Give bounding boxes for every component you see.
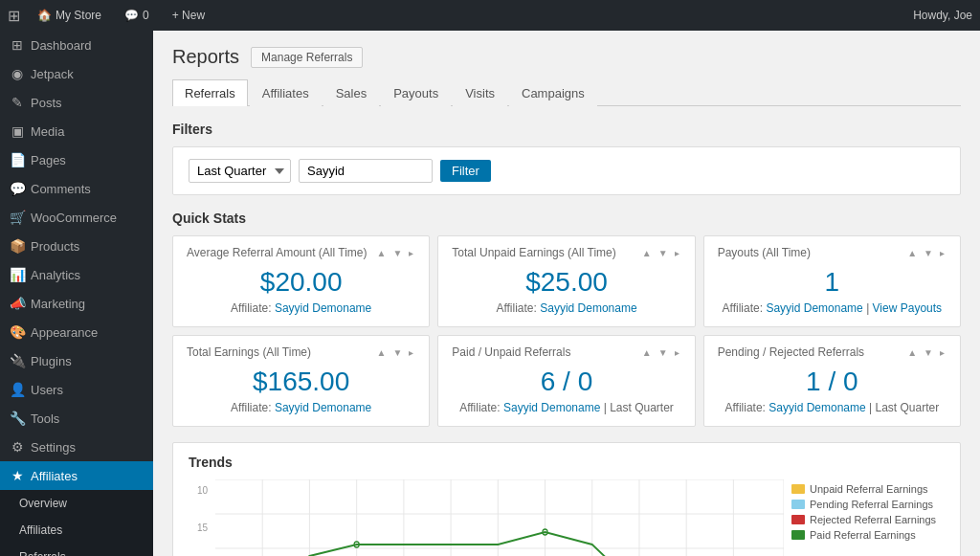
sidebar-label: Affiliates [31, 469, 78, 483]
sidebar-label: Affiliates [19, 523, 62, 537]
tools-icon: 🔧 [10, 411, 25, 426]
expand-icon[interactable]: ▸ [673, 347, 681, 358]
sidebar-item-comments[interactable]: 💬 Comments [0, 174, 153, 203]
affiliate-link[interactable]: Sayyid Demoname [275, 401, 371, 414]
sort-up-icon[interactable]: ▲ [640, 248, 654, 258]
stat-card-header: Paid / Unpaid Referrals ▲ ▼ ▸ [452, 345, 680, 359]
sort-down-icon[interactable]: ▼ [657, 347, 670, 358]
stat-card-title: Pending / Rejected Referrals [718, 345, 864, 359]
stat-card-title: Total Unpaid Earnings (All Time) [452, 246, 615, 259]
affiliate-link[interactable]: Sayyid Demoname [766, 301, 862, 315]
stat-card-controls: ▲ ▼ ▸ [640, 347, 681, 358]
manage-referrals-button[interactable]: Manage Referrals [251, 47, 363, 68]
affiliate-link[interactable]: Sayyid Demoname [540, 301, 636, 315]
tab-referrals[interactable]: Referrals [172, 79, 248, 106]
sidebar-item-affiliates[interactable]: ★ Affiliates [0, 461, 153, 490]
sort-up-icon[interactable]: ▲ [375, 347, 389, 358]
sort-down-icon[interactable]: ▼ [922, 248, 935, 258]
sort-up-icon[interactable]: ▲ [905, 347, 919, 358]
sort-down-icon[interactable]: ▼ [922, 347, 935, 358]
stat-card-total-unpaid: Total Unpaid Earnings (All Time) ▲ ▼ ▸ $… [437, 235, 695, 327]
affiliate-search-input[interactable] [299, 159, 433, 183]
legend-label-rejected: Rejected Referral Earnings [810, 514, 936, 525]
legend-item-rejected: Rejected Referral Earnings [791, 514, 945, 525]
affiliate-label: Affiliate: [723, 301, 763, 315]
quick-stats-grid: Average Referral Amount (All Time) ▲ ▼ ▸… [172, 235, 961, 427]
period-select[interactable]: Last Quarter This Month Last Month This … [189, 159, 291, 183]
stat-card-controls: ▲ ▼ ▸ [905, 347, 947, 358]
marketing-icon: 📣 [10, 296, 25, 311]
tab-campaigns[interactable]: Campaigns [509, 79, 597, 106]
comments-link[interactable]: 💬 0 [119, 0, 155, 31]
main-content: Reports Manage Referrals Referrals Affil… [153, 31, 980, 556]
stat-card-controls: ▲ ▼ ▸ [640, 248, 681, 258]
stat-card-avg-referral: Average Referral Amount (All Time) ▲ ▼ ▸… [172, 235, 430, 327]
sidebar-item-woocommerce[interactable]: 🛒 WooCommerce [0, 203, 153, 232]
woocommerce-icon: 🛒 [10, 210, 25, 225]
media-icon: ▣ [10, 123, 25, 139]
tab-sales[interactable]: Sales [323, 79, 380, 106]
users-icon: 👤 [10, 382, 25, 397]
sidebar-label: Marketing [31, 297, 85, 311]
y-label-15: 15 [189, 523, 208, 533]
sidebar-label: Products [31, 239, 79, 254]
sidebar-item-analytics[interactable]: 📊 Analytics [0, 260, 153, 289]
sort-down-icon[interactable]: ▼ [390, 248, 404, 258]
sidebar-item-plugins[interactable]: 🔌 Plugins [0, 346, 153, 375]
sidebar-item-settings[interactable]: ⚙ Settings [0, 433, 153, 461]
sidebar-label: Dashboard [31, 38, 92, 53]
store-icon: 🏠 [37, 9, 52, 22]
affiliate-link[interactable]: Sayyid Demoname [768, 401, 865, 414]
stat-affiliate: Affiliate: Sayyid Demoname | View Payout… [718, 301, 947, 315]
tab-affiliates[interactable]: Affiliates [250, 79, 322, 106]
affiliate-link[interactable]: Sayyid Demoname [503, 401, 600, 414]
filter-button[interactable]: Filter [440, 160, 491, 182]
sidebar-item-affiliates-sub[interactable]: Affiliates [0, 517, 153, 544]
sidebar-item-tools[interactable]: 🔧 Tools [0, 404, 153, 433]
stat-card-title: Average Referral Amount (All Time) [187, 246, 368, 259]
sidebar-label: Referrals [19, 550, 66, 556]
sidebar-item-pages[interactable]: 📄 Pages [0, 145, 153, 174]
filters-row: Last Quarter This Month Last Month This … [189, 159, 945, 183]
sort-down-icon[interactable]: ▼ [657, 248, 670, 258]
expand-icon[interactable]: ▸ [673, 248, 681, 258]
sidebar-item-posts[interactable]: ✎ Posts [0, 88, 153, 117]
plugins-icon: 🔌 [10, 353, 25, 368]
sort-down-icon[interactable]: ▼ [390, 347, 404, 358]
sidebar-item-referrals[interactable]: Referrals [0, 544, 153, 556]
affiliate-label: Affiliate: [231, 301, 271, 315]
stat-card-header: Average Referral Amount (All Time) ▲ ▼ ▸ [187, 246, 415, 259]
sort-up-icon[interactable]: ▲ [375, 248, 389, 258]
sort-up-icon[interactable]: ▲ [905, 248, 919, 258]
sidebar-item-appearance[interactable]: 🎨 Appearance [0, 318, 153, 346]
sidebar-item-media[interactable]: ▣ Media [0, 117, 153, 145]
affiliate-label: Affiliate: [724, 401, 765, 414]
sidebar-item-overview[interactable]: Overview [0, 490, 153, 517]
new-link[interactable]: + New [167, 0, 211, 31]
sidebar-label: Jetpack [31, 67, 74, 81]
sidebar-item-jetpack[interactable]: ◉ Jetpack [0, 59, 153, 88]
sidebar-label: Analytics [31, 268, 80, 282]
sidebar-item-dashboard[interactable]: ⊞ Dashboard [0, 31, 153, 59]
expand-icon[interactable]: ▸ [938, 347, 947, 358]
legend-item-pending: Pending Referral Earnings [791, 499, 945, 510]
expand-icon[interactable]: ▸ [407, 248, 415, 258]
view-payouts-link[interactable]: View Payouts [873, 301, 943, 315]
sidebar-label: Posts [31, 96, 62, 110]
sidebar-item-marketing[interactable]: 📣 Marketing [0, 289, 153, 318]
analytics-icon: 📊 [10, 267, 25, 282]
store-name: My Store [56, 9, 101, 22]
tab-payouts[interactable]: Payouts [381, 79, 451, 106]
sidebar-item-users[interactable]: 👤 Users [0, 375, 153, 404]
expand-icon[interactable]: ▸ [407, 347, 415, 358]
expand-icon[interactable]: ▸ [938, 248, 947, 258]
sidebar-label: Tools [31, 411, 59, 426]
sidebar-label: Pages [31, 153, 66, 167]
sidebar-item-products[interactable]: 📦 Products [0, 232, 153, 260]
sort-up-icon[interactable]: ▲ [640, 347, 654, 358]
new-label: + New [172, 9, 205, 22]
tab-visits[interactable]: Visits [453, 79, 507, 106]
stat-affiliate: Affiliate: Sayyid Demoname [452, 301, 680, 315]
affiliate-link[interactable]: Sayyid Demoname [275, 301, 371, 315]
my-store-link[interactable]: 🏠 My Store [32, 0, 107, 31]
